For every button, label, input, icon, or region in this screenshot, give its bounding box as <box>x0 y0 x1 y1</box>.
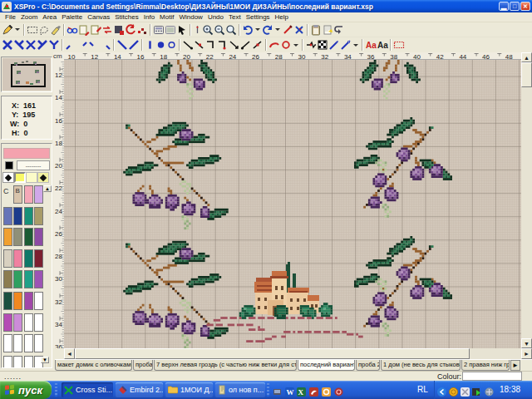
svg-text:46: 46 <box>482 53 490 61</box>
svg-text:24: 24 <box>229 53 236 61</box>
svg-text:16: 16 <box>137 53 145 61</box>
svg-text:Aa: Aa <box>377 41 388 50</box>
svg-text:14: 14 <box>114 53 121 61</box>
svg-text:30: 30 <box>55 275 62 283</box>
svg-text:W: W <box>287 388 294 397</box>
svg-text:14: 14 <box>55 94 62 101</box>
svg-text:38: 38 <box>390 53 397 61</box>
svg-text:44: 44 <box>459 53 466 61</box>
svg-text:28: 28 <box>55 253 62 260</box>
svg-text:30: 30 <box>298 53 306 61</box>
svg-text:36: 36 <box>55 343 62 348</box>
svg-text:40: 40 <box>413 53 421 61</box>
svg-text:10: 10 <box>68 53 76 61</box>
svg-text:20: 20 <box>55 162 62 170</box>
svg-text:22: 22 <box>206 53 214 61</box>
svg-text:18: 18 <box>55 140 62 147</box>
svg-text:12: 12 <box>91 53 98 61</box>
svg-text:34: 34 <box>55 321 62 328</box>
svg-text:16: 16 <box>55 117 62 125</box>
svg-text:48: 48 <box>505 53 513 61</box>
svg-text:28: 28 <box>275 53 283 61</box>
svg-text:32: 32 <box>321 53 328 61</box>
svg-text:32: 32 <box>55 298 62 306</box>
svg-text:26: 26 <box>252 53 259 61</box>
svg-text:22: 22 <box>55 185 62 192</box>
svg-text:12: 12 <box>55 71 62 79</box>
svg-text:20: 20 <box>183 53 190 61</box>
svg-text:Aa: Aa <box>366 41 377 50</box>
svg-text:26: 26 <box>55 230 62 238</box>
svg-text:X: X <box>298 388 304 397</box>
svg-text:36: 36 <box>367 53 375 61</box>
svg-text:18: 18 <box>160 53 167 61</box>
svg-text:24: 24 <box>55 208 62 215</box>
svg-text:42: 42 <box>436 53 444 61</box>
svg-text:34: 34 <box>344 53 352 61</box>
